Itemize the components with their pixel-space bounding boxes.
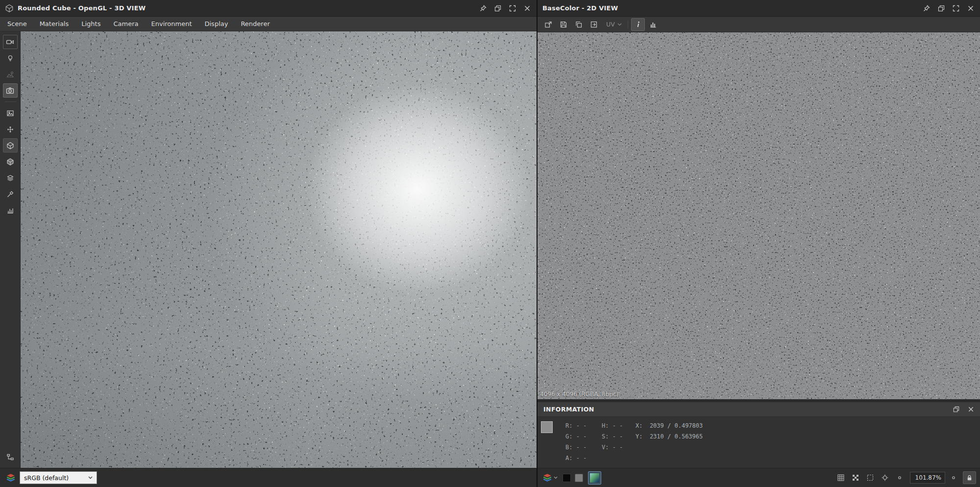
zoom-level-input[interactable] — [910, 472, 945, 484]
wire-cube-icon — [6, 142, 14, 150]
info-row-r: R: - - H: - - X: 2039 / 0.497803 — [565, 420, 703, 431]
copy-button[interactable] — [572, 18, 586, 31]
uv-mode-dropdown[interactable]: UV — [606, 21, 622, 28]
3d-view-title: Rounded Cube - OpenGL - 3D VIEW — [18, 4, 146, 12]
lightbulb-icon — [6, 54, 14, 62]
close-button[interactable] — [963, 1, 978, 15]
pin-button[interactable] — [919, 1, 934, 15]
info-row-a: A: - - — [565, 453, 703, 463]
2d-view-bottombar — [538, 468, 980, 487]
background-image-button[interactable] — [3, 106, 18, 120]
texture-size-label: 4096 x 4096 (RGBA, 8bpc) — [540, 391, 618, 398]
channels-dropdown[interactable] — [542, 473, 558, 482]
2d-view-window: BaseColor - 2D VIEW — [538, 0, 980, 487]
menu-materials[interactable]: Materials — [33, 17, 75, 31]
info-row-g: G: - - S: - - Y: 2310 / 0.563965 — [565, 431, 703, 442]
channel-preview-thumb — [590, 473, 599, 483]
environment-mode-button[interactable] — [3, 67, 18, 81]
close-icon — [523, 4, 531, 12]
sampled-color-swatch — [541, 421, 553, 433]
info-cell-g: G: - - — [565, 431, 602, 442]
menu-display[interactable]: Display — [198, 17, 235, 31]
send-to-button[interactable] — [587, 18, 601, 31]
float-window-icon — [953, 406, 960, 413]
solid-geometry-button[interactable] — [3, 154, 18, 169]
3d-view-menubar: Scene Materials Lights Camera Environmen… — [0, 17, 537, 31]
transform-button[interactable] — [3, 122, 18, 136]
tiling-icon — [837, 474, 845, 482]
channels-icon — [542, 473, 552, 482]
info-cell-v: V: - - — [602, 442, 636, 453]
maximize-icon — [509, 4, 516, 12]
scene-tree-button[interactable] — [3, 450, 18, 464]
solid-cube-icon — [6, 158, 14, 166]
lock-zoom-button[interactable] — [963, 471, 976, 484]
center-view-icon — [881, 474, 889, 482]
channel-preview-button[interactable] — [588, 471, 601, 485]
lock-icon — [966, 474, 973, 482]
materials-layers-button[interactable] — [3, 171, 18, 185]
chevron-down-icon — [88, 476, 93, 479]
float-window-button[interactable] — [949, 403, 963, 416]
export-image-button[interactable] — [541, 18, 555, 31]
2d-texture-surface — [538, 32, 980, 399]
info-cell-s: S: - - — [602, 431, 636, 442]
center-view-button[interactable] — [879, 472, 891, 484]
environment-icon — [6, 71, 14, 78]
camera-mode-button[interactable] — [3, 35, 18, 49]
pin-button[interactable] — [476, 1, 490, 15]
window-controls — [919, 1, 978, 15]
app-cube-icon — [5, 4, 14, 13]
snapshot-mode-button[interactable] — [3, 83, 18, 98]
maximize-button[interactable] — [949, 1, 963, 15]
menu-lights[interactable]: Lights — [75, 17, 107, 31]
layers-icon — [6, 174, 14, 182]
statistics-button[interactable] — [3, 203, 18, 217]
zoom-out-button[interactable] — [893, 472, 906, 484]
save-button[interactable] — [557, 18, 570, 31]
2d-view-titlebar[interactable]: BaseColor - 2D VIEW — [538, 0, 980, 17]
maximize-icon — [952, 4, 960, 12]
toolbar-separator — [4, 102, 16, 102]
filtering-button[interactable] — [849, 472, 862, 484]
float-window-button[interactable] — [934, 1, 949, 15]
panel-controls — [949, 403, 978, 416]
colorspace-select[interactable]: sRGB (default) — [20, 471, 97, 484]
scene-tree-icon — [6, 453, 14, 461]
information-panel-titlebar[interactable]: INFORMATION — [538, 402, 980, 417]
send-to-icon — [590, 21, 598, 28]
pin-icon — [479, 4, 487, 12]
information-toggle-button[interactable] — [631, 18, 645, 31]
save-icon — [560, 21, 567, 28]
background-black-swatch[interactable] — [563, 474, 571, 482]
3d-view-titlebar[interactable]: Rounded Cube - OpenGL - 3D VIEW — [0, 0, 537, 17]
filtering-icon — [852, 474, 859, 482]
close-button[interactable] — [520, 1, 535, 15]
colorspace-icon — [6, 473, 16, 482]
video-camera-icon — [6, 38, 14, 46]
maximize-button[interactable] — [505, 1, 520, 15]
menu-camera[interactable]: Camera — [107, 17, 145, 31]
close-button[interactable] — [963, 403, 978, 416]
tiling-button[interactable] — [834, 472, 847, 484]
wireframe-geometry-button[interactable] — [3, 138, 18, 153]
paint-tool-button[interactable] — [3, 187, 18, 201]
2d-texture-view[interactable]: 4096 x 4096 (RGBA, 8bpc) — [538, 32, 980, 399]
info-cell-a: A: - - — [565, 453, 602, 463]
info-cell-b: B: - - — [565, 442, 602, 453]
zoom-in-button[interactable] — [947, 472, 960, 484]
light-mode-button[interactable] — [3, 51, 18, 65]
uv-wireframe-button[interactable] — [864, 472, 877, 484]
menu-scene[interactable]: Scene — [1, 17, 33, 31]
float-window-button[interactable] — [490, 1, 505, 15]
export-image-icon — [544, 21, 552, 28]
toolbar-separator — [628, 20, 628, 29]
histogram-toggle-button[interactable] — [646, 18, 660, 31]
3d-viewport[interactable] — [21, 31, 537, 468]
background-gray-swatch[interactable] — [575, 474, 583, 482]
info-icon — [635, 21, 641, 28]
colorspace-value: sRGB (default) — [24, 474, 69, 482]
menu-renderer[interactable]: Renderer — [234, 17, 276, 31]
chevron-down-icon — [554, 476, 558, 479]
menu-environment[interactable]: Environment — [145, 17, 198, 31]
